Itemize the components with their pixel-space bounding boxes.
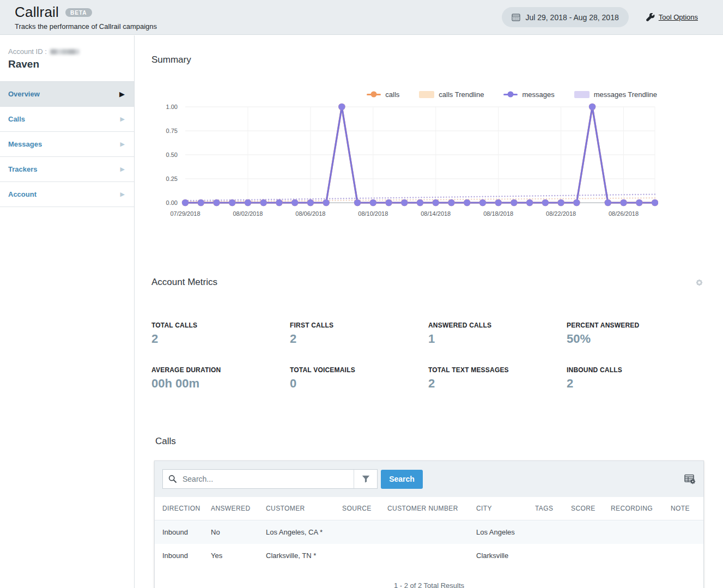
cell-answered: No [211,528,266,536]
metric-value: 2 [428,377,567,391]
search-icon [163,475,178,483]
app-header: Callrail BETA Tracks the performance of … [15,4,157,31]
sidebar-item-label: Calls [8,115,25,123]
metric-label: TOTAL CALLS [151,322,290,329]
sidebar-item-overview[interactable]: Overview ▶ [0,82,134,107]
calls-table-header: DIRECTION ANSWERED CUSTOMER SOURCE CUSTO… [155,497,703,520]
chevron-right-icon: ▶ [119,90,125,98]
metric-value: 00h 00m [151,377,290,391]
calls-title: Calls [155,436,704,447]
cell-city: Los Angeles [476,528,535,536]
cell-answered: Yes [211,551,266,560]
search-button[interactable]: Search [381,470,423,489]
sidebar: Account ID : Raven Overview ▶ Calls ▶ Me… [0,35,135,588]
metric-inbound-calls: INBOUND CALLS 2 [567,366,705,391]
metric-label: PERCENT ANSWERED [567,322,705,329]
chevron-right-icon: ▶ [120,141,125,148]
column-header-direction[interactable]: DIRECTION [155,505,211,512]
metric-value: 1 [428,332,567,346]
column-header-answered[interactable]: ANSWERED [211,505,266,512]
metric-value: 2 [290,332,428,346]
metric-label: INBOUND CALLS [567,366,705,374]
metric-total-text-messages: TOTAL TEXT MESSAGES 2 [428,366,567,391]
sidebar-item-label: Messages [8,140,42,148]
metric-total-calls: TOTAL CALLS 2 [151,322,290,346]
sidebar-item-label: Account [8,190,37,198]
calls-search-bar: Search [155,461,703,497]
metric-answered-calls: ANSWERED CALLS 1 [428,322,567,346]
cell-direction: Inbound [155,551,211,560]
calls-card: Search DIRECTION ANSWERED CUSTOMER SOURC… [154,460,704,588]
column-header-tags[interactable]: TAGS [535,505,571,512]
account-metrics-title: Account Metrics [151,277,217,288]
column-header-score[interactable]: SCORE [571,505,611,512]
tool-options-link[interactable]: Tool Options [646,13,698,22]
summary-chart-svg: 0.000.250.500.751.0007/29/201808/02/2018… [151,99,658,220]
account-metrics-grid: TOTAL CALLS 2 FIRST CALLS 2 ANSWERED CAL… [151,322,704,391]
table-row[interactable]: Inbound Yes Clarksville, TN * Clarksvill… [155,544,703,567]
column-header-source[interactable]: SOURCE [342,505,387,512]
metric-value: 2 [151,332,290,346]
sidebar-item-trackers[interactable]: Trackers ▶ [0,157,134,182]
legend-item-calls[interactable]: calls [367,90,399,99]
gear-icon[interactable] [695,278,704,287]
legend-label: calls [385,90,399,99]
app-title: Callrail [15,4,59,21]
column-header-city[interactable]: CITY [476,505,535,512]
chevron-right-icon: ▶ [120,166,125,173]
svg-text:0.00: 0.00 [166,199,178,206]
calendar-icon [512,13,520,21]
account-name: Raven [8,58,125,70]
cell-customer: Los Angeles, CA * [266,528,342,536]
cell-direction: Inbound [155,528,211,536]
table-settings-icon[interactable] [684,474,696,484]
svg-text:1.00: 1.00 [166,104,178,110]
account-id-redacted [50,49,80,54]
svg-text:08/02/2018: 08/02/2018 [233,210,263,217]
search-input[interactable] [178,470,354,488]
metric-value: 0 [290,377,428,391]
messages-trendline-swatch [574,91,590,98]
svg-text:08/18/2018: 08/18/2018 [483,210,513,217]
wrench-icon [646,13,655,22]
column-header-note[interactable]: NOTE [671,505,703,512]
top-bar: Callrail BETA Tracks the performance of … [0,0,723,35]
calls-trendline-swatch [419,91,434,98]
column-header-customer-number[interactable]: CUSTOMER NUMBER [387,505,476,512]
svg-text:08/10/2018: 08/10/2018 [358,210,388,217]
metric-value: 50% [567,332,705,346]
chevron-right-icon: ▶ [120,116,125,123]
svg-text:0.25: 0.25 [166,175,178,182]
column-header-customer[interactable]: CUSTOMER [266,505,342,512]
column-header-recording[interactable]: RECORDING [611,505,671,512]
sidebar-item-account[interactable]: Account ▶ [0,182,134,207]
sidebar-item-label: Trackers [8,165,38,173]
cell-customer: Clarksville, TN * [266,551,342,560]
sidebar-item-messages[interactable]: Messages ▶ [0,132,134,157]
tool-options-label: Tool Options [659,13,698,21]
metric-first-calls: FIRST CALLS 2 [290,322,428,346]
table-row[interactable]: Inbound No Los Angeles, CA * Los Angeles [155,520,703,544]
legend-item-messages-trendline[interactable]: messages Trendline [574,90,657,99]
summary-chart: 0.000.250.500.751.0007/29/201808/02/2018… [151,99,704,222]
legend-item-calls-trendline[interactable]: calls Trendline [419,90,484,99]
account-id-label: Account ID : [8,47,47,56]
legend-item-messages[interactable]: messages [503,90,554,99]
main-content: Summary calls calls Trendline messages m… [135,35,723,588]
cell-city: Clarksville [476,551,535,560]
svg-text:0.75: 0.75 [166,128,178,134]
svg-text:08/22/2018: 08/22/2018 [546,210,576,217]
account-box: Account ID : Raven [0,35,134,82]
svg-text:08/14/2018: 08/14/2018 [421,210,451,217]
metric-value: 2 [567,377,705,391]
beta-badge: BETA [65,8,92,17]
sidebar-item-label: Overview [8,90,40,98]
chart-legend: calls calls Trendline messages messages … [151,89,657,99]
svg-text:08/06/2018: 08/06/2018 [295,210,325,217]
filter-button[interactable] [354,470,377,488]
sidebar-item-calls[interactable]: Calls ▶ [0,107,134,132]
svg-text:0.50: 0.50 [166,151,178,158]
date-range-button[interactable]: Jul 29, 2018 - Aug 28, 2018 [502,7,628,27]
metric-label: TOTAL VOICEMAILS [290,366,428,374]
svg-text:08/26/2018: 08/26/2018 [609,210,639,217]
